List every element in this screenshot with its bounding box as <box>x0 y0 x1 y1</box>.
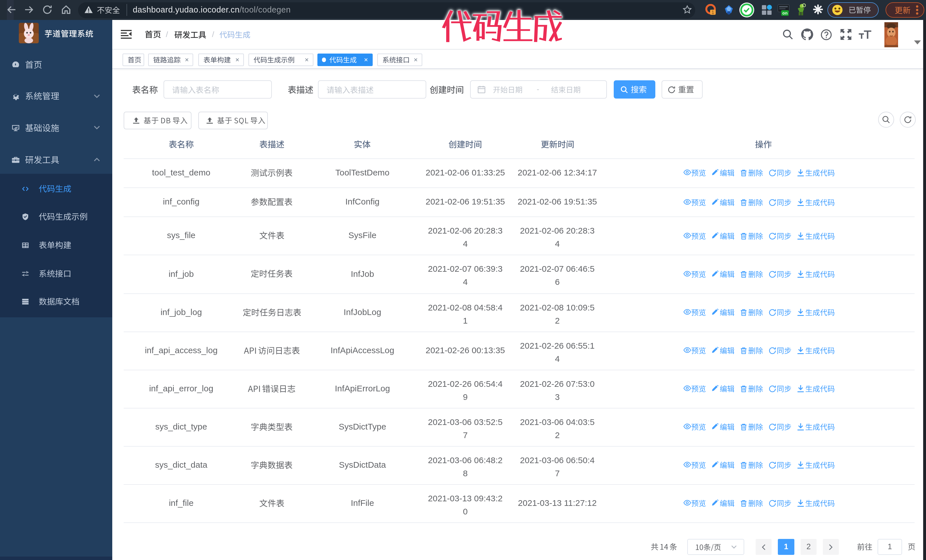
svg-text:1: 1 <box>712 10 714 15</box>
svg-text:on: on <box>782 11 788 15</box>
